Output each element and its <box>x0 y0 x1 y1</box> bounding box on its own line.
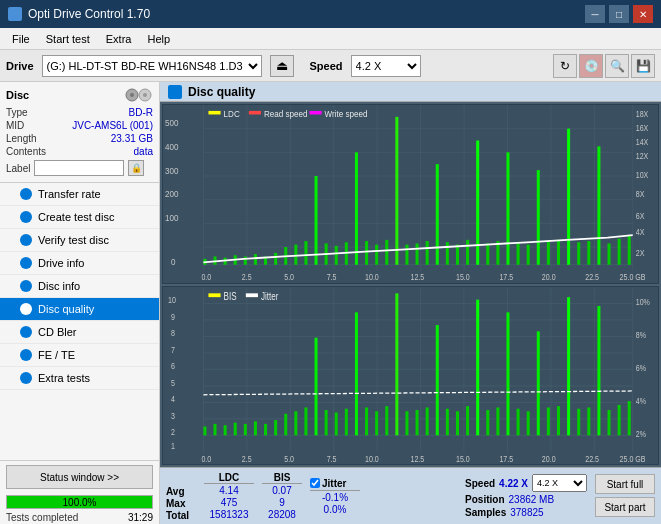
svg-rect-56 <box>537 170 540 265</box>
sidebar-item-cd-bler[interactable]: CD Bler <box>0 321 159 344</box>
svg-rect-155 <box>567 297 570 435</box>
svg-text:25.0 GB: 25.0 GB <box>620 454 646 464</box>
svg-text:2%: 2% <box>636 428 646 438</box>
drivebar: Drive (G:) HL-DT-ST BD-RE WH16NS48 1.D3 … <box>0 50 661 82</box>
nav-icon-fe-te <box>20 349 32 361</box>
svg-rect-48 <box>456 245 459 265</box>
svg-rect-62 <box>597 146 600 264</box>
sidebar-item-disc-quality[interactable]: Disc quality <box>0 298 159 321</box>
svg-rect-160 <box>618 404 621 434</box>
svg-rect-124 <box>254 421 257 435</box>
start-full-button[interactable]: Start full <box>595 474 655 494</box>
svg-text:8: 8 <box>171 328 175 338</box>
col-jitter-max: 0.0% <box>310 504 360 515</box>
svg-text:22.5: 22.5 <box>585 273 599 283</box>
col-bis-max: 9 <box>262 497 302 508</box>
svg-point-1 <box>130 93 134 97</box>
sidebar-item-extra-tests[interactable]: Extra tests <box>0 367 159 390</box>
menu-file[interactable]: File <box>4 31 38 47</box>
svg-rect-119 <box>203 426 206 435</box>
save-icon[interactable]: 💾 <box>631 54 655 78</box>
close-button[interactable]: ✕ <box>633 5 653 23</box>
position-val: 23862 MB <box>509 494 555 505</box>
svg-rect-152 <box>537 331 540 435</box>
svg-rect-30 <box>274 253 277 265</box>
svg-text:Jitter: Jitter <box>261 290 278 301</box>
svg-rect-129 <box>304 407 307 435</box>
refresh-icon[interactable]: ↻ <box>553 54 577 78</box>
status-window-button[interactable]: Status window >> <box>6 465 153 489</box>
svg-text:8%: 8% <box>636 329 646 339</box>
svg-rect-151 <box>527 411 530 435</box>
disc-type-row: Type BD-R <box>6 106 153 119</box>
svg-text:5: 5 <box>171 378 175 388</box>
menu-help[interactable]: Help <box>139 31 178 47</box>
svg-rect-132 <box>335 412 338 435</box>
position-label: Position <box>465 494 504 505</box>
svg-text:20.0: 20.0 <box>542 273 556 283</box>
position-row: Position 23862 MB <box>465 494 587 505</box>
content-area: Disc quality <box>160 82 661 524</box>
col-ldc-avg: 4.14 <box>204 485 254 496</box>
sidebar-item-verify-test-disc[interactable]: Verify test disc <box>0 229 159 252</box>
stat-total-label: Total <box>166 510 196 521</box>
disc-mid-row: MID JVC-AMS6L (001) <box>6 119 153 132</box>
sidebar-item-create-test-disc[interactable]: Create test disc <box>0 206 159 229</box>
menu-extra[interactable]: Extra <box>98 31 140 47</box>
maximize-button[interactable]: □ <box>609 5 629 23</box>
titlebar: Opti Drive Control 1.70 ─ □ ✕ <box>0 0 661 28</box>
svg-rect-55 <box>527 245 530 265</box>
sidebar-item-label: Disc quality <box>38 303 94 315</box>
stats-table: Avg Max Total LDC 4.14 475 1581323 BIS 0… <box>160 467 661 524</box>
menu-start-test[interactable]: Start test <box>38 31 98 47</box>
svg-text:10: 10 <box>168 295 176 305</box>
start-part-button[interactable]: Start part <box>595 497 655 517</box>
nav-icon-disc-quality <box>20 303 32 315</box>
drive-select[interactable]: (G:) HL-DT-ST BD-RE WH16NS48 1.D3 <box>42 55 262 77</box>
burn-icon[interactable]: 💿 <box>579 54 603 78</box>
disc-contents-label: Contents <box>6 146 46 157</box>
label-button[interactable]: 🔒 <box>128 160 144 176</box>
svg-text:0.0: 0.0 <box>201 273 211 283</box>
sidebar-item-fe-te[interactable]: FE / TE <box>0 344 159 367</box>
svg-rect-147 <box>486 409 489 434</box>
svg-rect-122 <box>234 422 237 435</box>
speed-select[interactable]: 4.2 X <box>351 55 421 77</box>
svg-rect-65 <box>628 235 631 265</box>
svg-rect-142 <box>436 325 439 435</box>
samples-row: Samples 378825 <box>465 507 587 518</box>
col-ldc-max: 475 <box>204 497 254 508</box>
svg-rect-33 <box>304 241 307 265</box>
svg-text:100: 100 <box>165 212 179 223</box>
verify-icon[interactable]: 🔍 <box>605 54 629 78</box>
speed-label: Speed <box>310 60 343 72</box>
sidebar-item-transfer-rate[interactable]: Transfer rate <box>0 183 159 206</box>
svg-rect-63 <box>607 243 610 264</box>
label-input[interactable] <box>34 160 124 176</box>
sidebar-item-disc-info[interactable]: Disc info <box>0 275 159 298</box>
svg-text:18X: 18X <box>636 109 649 119</box>
progress-text: 100.0% <box>7 496 152 510</box>
svg-rect-126 <box>274 420 277 435</box>
svg-text:0.0: 0.0 <box>201 454 211 464</box>
svg-rect-43 <box>405 245 408 265</box>
nav-icon-cd-bler <box>20 326 32 338</box>
sidebar-item-drive-info[interactable]: Drive info <box>0 252 159 275</box>
eject-button[interactable]: ⏏ <box>270 55 294 77</box>
svg-rect-38 <box>355 152 358 264</box>
svg-rect-150 <box>517 408 520 435</box>
svg-text:14X: 14X <box>636 138 649 148</box>
svg-text:9: 9 <box>171 312 175 322</box>
svg-rect-98 <box>163 287 658 465</box>
svg-rect-133 <box>345 408 348 435</box>
jitter-checkbox[interactable] <box>310 478 320 488</box>
svg-text:3: 3 <box>171 411 175 421</box>
svg-text:12.5: 12.5 <box>411 273 425 283</box>
disc-length-row: Length 23.31 GB <box>6 132 153 145</box>
svg-text:7.5: 7.5 <box>327 454 337 464</box>
speed-stat-select[interactable]: 4.2 X <box>532 474 587 492</box>
svg-text:10X: 10X <box>636 171 649 181</box>
minimize-button[interactable]: ─ <box>585 5 605 23</box>
nav-items: Transfer rate Create test disc Verify te… <box>0 183 159 390</box>
stat-avg-label: Avg <box>166 486 196 497</box>
